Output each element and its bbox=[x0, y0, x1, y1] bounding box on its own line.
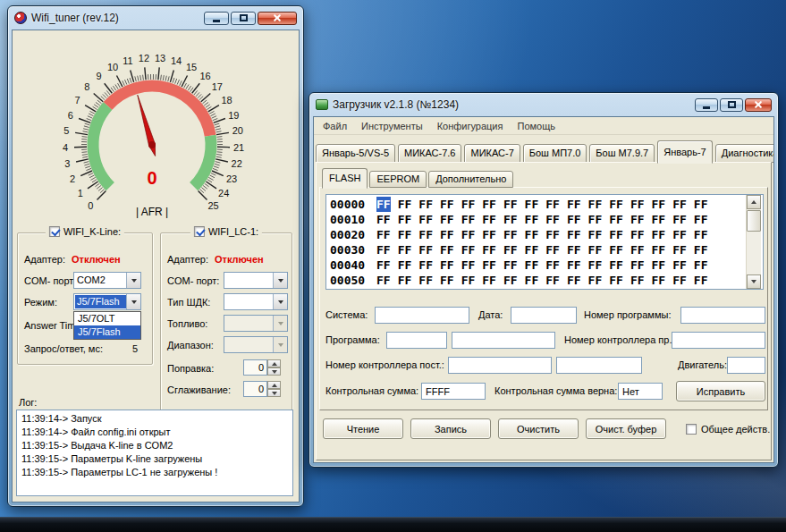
maximize-button[interactable] bbox=[231, 12, 256, 25]
maximize-button[interactable] bbox=[720, 98, 743, 112]
hex-byte[interactable]: FF bbox=[567, 212, 581, 227]
spin-up-button[interactable] bbox=[267, 381, 281, 389]
memory-tab-2[interactable]: Дополнительно bbox=[428, 171, 513, 188]
hex-byte[interactable]: FF bbox=[525, 258, 539, 273]
hex-byte[interactable]: FF bbox=[609, 242, 623, 258]
hex-byte[interactable]: FF bbox=[418, 273, 433, 288]
hex-byte[interactable]: FF bbox=[694, 242, 708, 258]
hex-byte[interactable]: FF bbox=[376, 212, 391, 227]
hex-row[interactable]: 00020FFFFFFFFFFFFFFFFFFFFFFFFFFFFFFFF bbox=[330, 227, 763, 242]
hex-byte[interactable]: FF bbox=[461, 273, 476, 288]
hex-row[interactable]: 00040FFFFFFFFFFFFFFFFFFFFFFFFFFFFFFFF bbox=[330, 258, 763, 273]
hex-byte[interactable]: FF bbox=[694, 197, 708, 212]
hex-byte[interactable]: FF bbox=[440, 212, 454, 227]
action-button-1[interactable]: Запись bbox=[410, 418, 491, 439]
hex-byte[interactable]: FF bbox=[482, 273, 496, 288]
ecu-tab-3[interactable]: Бош МП7.0 bbox=[523, 144, 587, 163]
hex-byte[interactable]: FF bbox=[545, 258, 560, 273]
checksum-input[interactable] bbox=[421, 383, 486, 400]
hex-byte[interactable]: FF bbox=[609, 273, 623, 288]
hex-byte[interactable]: FF bbox=[461, 258, 476, 273]
hex-byte[interactable]: FF bbox=[652, 258, 666, 273]
hex-byte[interactable]: FF bbox=[503, 273, 518, 288]
hex-byte[interactable]: FF bbox=[630, 212, 645, 227]
hex-byte[interactable]: FF bbox=[672, 227, 687, 242]
lc1-range-combo[interactable] bbox=[224, 336, 288, 353]
hex-byte[interactable]: FF bbox=[672, 258, 687, 273]
taskbar[interactable] bbox=[0, 517, 786, 532]
hex-byte[interactable]: FF bbox=[376, 227, 391, 242]
hex-scrollbar[interactable] bbox=[746, 195, 761, 289]
hex-byte[interactable]: FF bbox=[440, 273, 454, 288]
hex-byte[interactable]: FF bbox=[567, 273, 581, 288]
hex-byte[interactable]: FF bbox=[694, 227, 708, 242]
spin-down-button[interactable] bbox=[267, 389, 281, 397]
spin-up-button[interactable] bbox=[267, 359, 281, 367]
lc1-correction-spinner[interactable]: 0 bbox=[243, 359, 281, 376]
hex-byte[interactable]: FF bbox=[588, 258, 603, 273]
program-input-2[interactable] bbox=[452, 332, 555, 349]
hex-byte[interactable]: FF bbox=[461, 227, 476, 242]
fix-button[interactable]: Исправить bbox=[676, 381, 765, 401]
lc1-shdk-combo[interactable] bbox=[224, 293, 288, 310]
hex-row[interactable]: 00000FFFFFFFFFFFFFFFFFFFFFFFFFFFFFFFF bbox=[330, 197, 763, 212]
hex-byte[interactable]: FF bbox=[418, 197, 433, 212]
hex-byte[interactable]: FF bbox=[609, 197, 623, 212]
hex-byte[interactable]: FF bbox=[418, 242, 433, 258]
minimize-button[interactable] bbox=[204, 12, 229, 25]
hex-byte[interactable]: FF bbox=[418, 227, 433, 242]
hex-byte[interactable]: FF bbox=[567, 227, 581, 242]
ecu-tab-0[interactable]: Январь-5/VS-5 bbox=[316, 144, 395, 163]
ecu-tab-6[interactable]: Диагностика bbox=[715, 144, 774, 163]
program-input-1[interactable] bbox=[386, 332, 447, 349]
hex-byte[interactable]: FF bbox=[440, 227, 454, 242]
hex-byte[interactable]: FF bbox=[545, 197, 560, 212]
hex-byte[interactable]: FF bbox=[545, 227, 560, 242]
lc1-com-combo[interactable] bbox=[224, 272, 288, 289]
menu-item-1[interactable]: Инструменты bbox=[354, 119, 430, 133]
ecu-tab-1[interactable]: МИКАС-7.6 bbox=[398, 144, 461, 163]
lc1-fuel-combo[interactable] bbox=[224, 315, 288, 332]
hex-byte[interactable]: FF bbox=[630, 242, 645, 258]
hex-byte[interactable]: FF bbox=[525, 273, 539, 288]
lc1-shdk-dropdown-button[interactable] bbox=[273, 294, 287, 309]
lc1-range-dropdown-button[interactable] bbox=[273, 337, 287, 352]
hex-byte[interactable]: FF bbox=[567, 258, 581, 273]
controller-pr-input[interactable] bbox=[672, 332, 765, 349]
hex-byte[interactable]: FF bbox=[652, 273, 666, 288]
hex-byte[interactable]: FF bbox=[461, 212, 476, 227]
hex-byte[interactable]: FF bbox=[376, 197, 391, 212]
hex-byte[interactable]: FF bbox=[567, 197, 581, 212]
lc1-smoothing-spinner[interactable]: 0 bbox=[243, 381, 281, 397]
lc1-fuel-dropdown-button[interactable] bbox=[273, 316, 287, 331]
hex-byte[interactable]: FF bbox=[461, 197, 476, 212]
controller-post-input-1[interactable] bbox=[448, 357, 552, 374]
hex-byte[interactable]: FF bbox=[652, 242, 666, 258]
hex-byte[interactable]: FF bbox=[525, 227, 539, 242]
hex-byte[interactable]: FF bbox=[461, 242, 476, 258]
hex-byte[interactable]: FF bbox=[503, 212, 518, 227]
mode-option-1[interactable]: J5/7Flash bbox=[74, 325, 140, 339]
date-input[interactable] bbox=[511, 307, 577, 324]
engine-input[interactable] bbox=[727, 357, 765, 374]
hex-byte[interactable]: FF bbox=[525, 212, 539, 227]
hex-byte[interactable]: FF bbox=[376, 242, 391, 258]
tuner-titlebar[interactable]: Wifi_tuner (rev.12) bbox=[8, 6, 303, 30]
hex-byte[interactable]: FF bbox=[609, 258, 623, 273]
hex-byte[interactable]: FF bbox=[398, 212, 412, 227]
action-button-2[interactable]: Очистить bbox=[498, 418, 579, 439]
hex-byte[interactable]: FF bbox=[545, 212, 560, 227]
hex-byte[interactable]: FF bbox=[440, 197, 454, 212]
hex-byte[interactable]: FF bbox=[588, 227, 603, 242]
memory-tab-0[interactable]: FLASH bbox=[322, 168, 368, 189]
hex-byte[interactable]: FF bbox=[652, 197, 666, 212]
hex-byte[interactable]: FF bbox=[398, 242, 412, 258]
hex-byte[interactable]: FF bbox=[609, 227, 623, 242]
ecu-tab-5[interactable]: Январь-7 bbox=[657, 140, 713, 164]
hex-byte[interactable]: FF bbox=[376, 273, 391, 288]
hex-byte[interactable]: FF bbox=[672, 242, 687, 258]
ecu-tab-2[interactable]: МИКАС-7 bbox=[464, 144, 520, 163]
hex-byte[interactable]: FF bbox=[630, 273, 645, 288]
scroll-up-button[interactable] bbox=[747, 195, 761, 209]
menu-item-3[interactable]: Помощь bbox=[510, 119, 562, 133]
